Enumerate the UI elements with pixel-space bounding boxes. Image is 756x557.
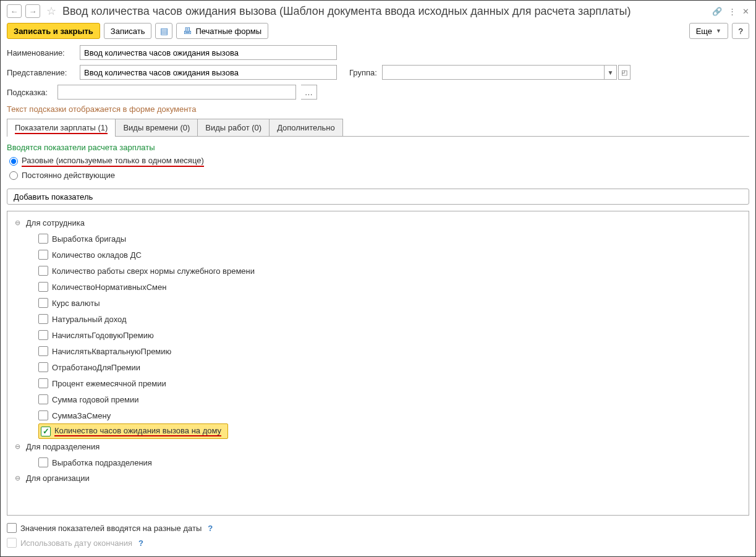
tree-item[interactable]: Выработка подразделения [38,454,749,470]
checkbox[interactable] [38,298,48,308]
checkbox[interactable] [38,394,48,404]
checkbox-end-date [7,538,17,548]
print-label: Печатные формы [195,27,261,36]
checkbox[interactable] [38,250,48,260]
end-date-label: Использовать дату окончания [20,538,132,548]
tree-item[interactable]: Сумма годовой премии [38,391,749,407]
tree-group-department[interactable]: ⊖ Для подразделения [15,439,749,454]
radio-once[interactable] [9,157,18,166]
checkbox[interactable] [38,457,48,467]
tree-item[interactable]: Натуральный доход [38,311,749,327]
help-icon[interactable]: ? [138,538,143,548]
save-close-button[interactable]: Записать и закрыть [7,23,100,39]
radio-once-label: Разовые (используемые только в одном мес… [22,156,204,167]
tree-item[interactable]: ОтработаноДляПремии [38,359,749,375]
checkbox[interactable] [38,282,48,292]
tree-item[interactable]: НачислятьКвартальнуюПремию [38,343,749,359]
name-input[interactable] [80,45,337,60]
tree-item[interactable]: Процент ежемесячной премии [38,375,749,391]
chevron-down-icon: ▼ [716,28,721,34]
tree-item[interactable]: НачислятьГодовуюПремию [38,327,749,343]
tree-item[interactable]: КоличествоНормативныхСмен [38,279,749,295]
checkbox[interactable] [38,234,48,244]
more-button[interactable]: Еще ▼ [689,23,728,39]
print-icon: 🖶 [183,26,192,36]
indicators-tree: ⊖ Для сотрудника Выработка бригады Колич… [7,211,749,516]
add-indicator-button[interactable]: Добавить показатель [7,189,749,205]
collapse-icon[interactable]: ⊖ [15,474,22,482]
collapse-icon[interactable]: ⊖ [15,443,22,451]
tree-group-employee[interactable]: ⊖ Для сотрудника [15,215,749,231]
tab-salary-indicators[interactable]: Показатели зарплаты (1) [7,119,116,136]
favorite-icon[interactable]: ☆ [46,4,56,18]
back-button[interactable]: ← [7,4,22,18]
repr-label: Представление: [7,68,75,77]
tree-group-organization[interactable]: ⊖ Для организации [15,470,749,486]
group-open-button[interactable]: ◰ [618,65,631,80]
help-icon[interactable]: ? [208,524,213,533]
kebab-icon[interactable]: ⋮ [728,7,736,16]
radio-permanent[interactable] [9,171,18,180]
hint-label: Подсказка: [7,88,53,97]
checkbox[interactable] [38,378,48,388]
tree-item-hours-waiting[interactable]: Количество часов ожидания вызова на дому [38,423,228,439]
repr-input[interactable] [80,65,337,80]
group-dropdown-button[interactable]: ▼ [605,65,617,80]
hint-expand-button[interactable]: … [301,85,317,100]
tree-item[interactable]: СуммаЗаСмену [38,407,749,423]
save-button[interactable]: Записать [104,23,152,39]
tree-item[interactable]: Количество работы сверх нормы служебного… [38,263,749,279]
checkbox[interactable] [38,266,48,276]
window-title: Ввод количества часов ожидания вызова (Ш… [62,5,708,18]
tree-item[interactable]: Курс валюты [38,295,749,311]
help-button[interactable]: ? [732,23,749,39]
list-icon: ▤ [160,26,168,36]
different-dates-label: Значения показателей вводятся на разные … [20,524,202,533]
collapse-icon[interactable]: ⊖ [15,219,22,227]
list-button[interactable]: ▤ [155,23,172,39]
checkbox[interactable] [38,346,48,356]
hint-input[interactable] [57,85,296,100]
tree-item[interactable]: Выработка бригады [38,231,749,247]
forward-button[interactable]: → [25,4,40,18]
checkbox[interactable] [38,410,48,420]
group-input[interactable] [382,65,605,80]
tree-item[interactable]: Количество окладов ДС [38,247,749,263]
checkbox[interactable] [38,330,48,340]
radio-permanent-label: Постоянно действующие [22,171,115,180]
checkbox[interactable] [38,362,48,372]
group-label: Группа: [349,68,377,77]
checkbox-checked[interactable] [41,427,51,436]
more-label: Еще [696,27,712,36]
link-icon[interactable]: 🔗 [712,7,722,16]
name-label: Наименование: [7,48,75,57]
checkbox[interactable] [38,314,48,324]
section-title: Вводятся показатели расчета зарплаты [7,143,749,152]
checkbox-different-dates[interactable] [7,523,17,533]
hint-note: Текст подсказки отображается в форме док… [7,104,749,114]
tab-additional[interactable]: Дополнительно [269,119,343,136]
tab-time-types[interactable]: Виды времени (0) [115,119,198,136]
print-forms-button[interactable]: 🖶Печатные формы [176,23,268,39]
tab-work-types[interactable]: Виды работ (0) [197,119,270,136]
close-icon[interactable]: ✕ [742,7,749,16]
